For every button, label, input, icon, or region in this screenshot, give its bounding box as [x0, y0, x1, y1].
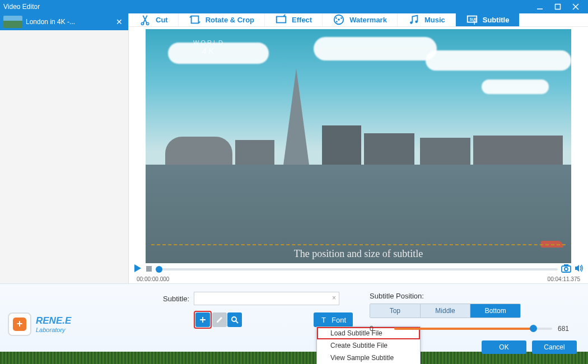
svg-point-13	[335, 17, 337, 19]
svg-rect-25	[564, 264, 568, 266]
tab-label: Music	[424, 16, 445, 24]
position-label: Subtitle Position:	[370, 292, 577, 300]
logo-name: RENE.E	[36, 315, 71, 326]
dialog-actions: OK Cancel	[482, 340, 577, 354]
svg-point-10	[276, 21, 277, 22]
svg-point-16	[410, 22, 413, 25]
maximize-button[interactable]	[549, 0, 567, 13]
tab-rotate-crop[interactable]: Rotate & Crop	[179, 13, 265, 26]
svg-marker-26	[575, 265, 579, 272]
search-subtitle-button[interactable]	[227, 312, 242, 327]
position-segmented: Top Middle Bottom	[370, 304, 521, 318]
watermark-icon	[333, 13, 345, 26]
slider-value: 681	[558, 325, 577, 333]
svg-marker-21	[134, 264, 141, 272]
svg-point-17	[415, 21, 418, 24]
seek-bar[interactable]	[156, 264, 558, 275]
font-button-label: Font	[332, 316, 346, 324]
position-slider[interactable]	[394, 328, 552, 330]
svg-rect-22	[146, 266, 152, 272]
cancel-button[interactable]: Cancel	[532, 340, 577, 354]
svg-line-30	[236, 321, 238, 323]
close-button[interactable]	[567, 0, 585, 13]
svg-point-8	[276, 17, 277, 18]
position-middle[interactable]: Middle	[420, 304, 470, 318]
tool-tabs: Cut Rotate & Crop Effect Watermark Music…	[129, 13, 588, 27]
time-current: 00:00:00.000	[133, 276, 172, 282]
add-button-highlight	[194, 311, 212, 329]
svg-point-9	[276, 19, 277, 20]
window-controls	[531, 0, 585, 13]
settings-panel: + RENE.E Laboratory Subtitle: × T F	[0, 283, 588, 364]
slider-min: 0	[370, 325, 389, 333]
svg-point-4	[141, 22, 143, 25]
logo-icon: +	[8, 312, 31, 336]
tab-label: Cut	[156, 16, 168, 24]
tab-label: Rotate & Crop	[206, 16, 254, 24]
tab-cut[interactable]: Cut	[129, 13, 179, 26]
rotate-crop-icon	[189, 13, 201, 26]
ok-button[interactable]: OK	[482, 340, 526, 354]
subtitle-preview-text: The position and size of subtitle	[146, 248, 571, 260]
logo-subtitle: Laboratory	[36, 326, 71, 333]
position-top[interactable]: Top	[370, 304, 420, 318]
effect-icon	[275, 13, 287, 26]
brand-logo: + RENE.E Laboratory	[0, 284, 129, 364]
slider-thumb[interactable]	[530, 325, 537, 332]
minimize-button[interactable]	[531, 0, 549, 13]
subtitle-input[interactable]	[194, 292, 339, 305]
svg-rect-6	[191, 16, 198, 24]
edit-subtitle-button[interactable]	[212, 312, 227, 327]
font-button[interactable]: T Font	[314, 312, 353, 327]
file-thumbnail	[3, 16, 22, 28]
svg-point-24	[564, 268, 568, 271]
svg-text:T: T	[473, 21, 476, 26]
volume-button[interactable]	[575, 264, 584, 274]
stop-button[interactable]	[146, 264, 152, 274]
position-bottom[interactable]: Bottom	[470, 304, 520, 318]
subtitle-guide-line[interactable]	[151, 244, 566, 245]
file-close-icon[interactable]: ✕	[114, 17, 125, 26]
snapshot-button[interactable]	[561, 264, 571, 275]
svg-text:T: T	[321, 316, 326, 324]
tab-label: Watermark	[349, 16, 387, 24]
svg-point-29	[232, 317, 236, 321]
svg-point-14	[340, 17, 342, 19]
subtitle-label: Subtitle:	[151, 295, 189, 303]
tab-music[interactable]: Music	[398, 13, 456, 26]
svg-rect-7	[277, 17, 286, 23]
preview-area: WORLD 4K The position and size of subtit…	[129, 27, 588, 263]
tab-label: Effect	[292, 16, 312, 24]
playback-controls	[129, 263, 588, 276]
file-sidebar: London in 4K -... ✕	[0, 13, 129, 283]
time-total: 00:04:11.375	[544, 276, 584, 282]
tab-watermark[interactable]: Watermark	[323, 13, 398, 26]
video-preview[interactable]: WORLD 4K The position and size of subtit…	[146, 29, 571, 263]
tab-effect[interactable]: Effect	[265, 13, 323, 26]
file-tab[interactable]: London in 4K -... ✕	[0, 13, 128, 30]
file-name: London in 4K -...	[26, 18, 110, 26]
play-button[interactable]	[133, 264, 142, 275]
svg-point-12	[338, 18, 340, 21]
video-watermark: WORLD 4K	[193, 39, 225, 55]
svg-rect-1	[556, 4, 561, 10]
subtitle-icon: SUBT	[466, 13, 478, 26]
svg-point-15	[336, 21, 338, 23]
clear-input-icon[interactable]: ×	[332, 294, 336, 302]
seek-head[interactable]	[156, 266, 162, 273]
title-bar: Video Editor	[0, 0, 588, 13]
window-title: Video Editor	[3, 3, 531, 11]
add-subtitle-button[interactable]	[195, 312, 210, 327]
cut-icon	[139, 13, 151, 26]
tab-subtitle[interactable]: SUBT Subtitle	[456, 13, 520, 26]
svg-point-5	[146, 22, 148, 25]
music-icon	[408, 13, 420, 26]
tab-label: Subtitle	[483, 16, 510, 24]
